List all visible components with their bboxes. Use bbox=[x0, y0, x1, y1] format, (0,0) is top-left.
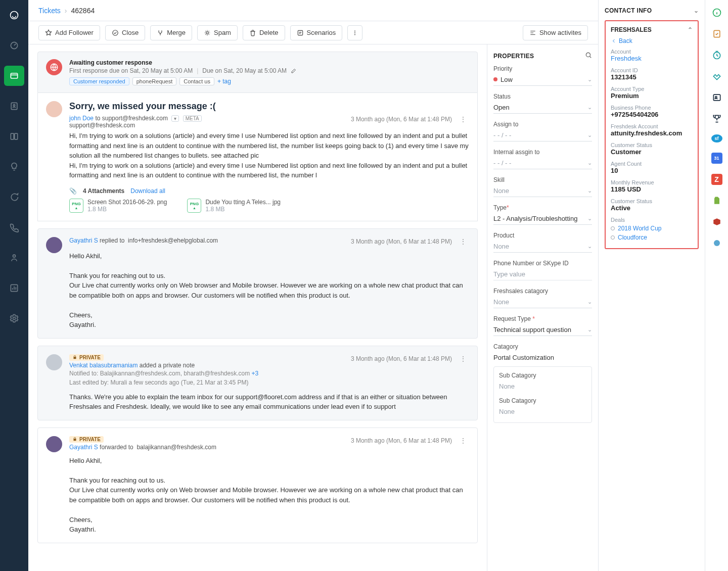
tickets-icon[interactable] bbox=[4, 66, 24, 86]
chevron-down-icon: ⌄ bbox=[587, 187, 592, 194]
internal-assign-select[interactable]: - - / - -⌄ bbox=[493, 157, 592, 169]
chevron-up-icon[interactable]: ⌃ bbox=[688, 26, 693, 33]
handshake-icon[interactable] bbox=[711, 71, 722, 82]
sender-name[interactable]: Gayathri S bbox=[69, 237, 98, 244]
agent-count: 10 bbox=[611, 167, 693, 174]
ideas-icon[interactable] bbox=[4, 157, 24, 177]
attachment[interactable]: PNG▲ Screen Shot 2016-06-29. png1.8 MB bbox=[69, 199, 167, 213]
message-more-icon[interactable]: ⋮ bbox=[457, 354, 469, 363]
contacts-icon[interactable] bbox=[4, 96, 24, 116]
account-link[interactable]: Freshdesk bbox=[611, 55, 642, 62]
add-tag[interactable]: + tag bbox=[217, 78, 231, 85]
png-thumb-icon: PNG▲ bbox=[187, 199, 201, 213]
dashboard-icon[interactable] bbox=[4, 35, 24, 56]
avatar bbox=[46, 436, 62, 452]
svg-point-17 bbox=[586, 53, 590, 57]
chevron-down-icon: ⌄ bbox=[587, 326, 592, 333]
svg-point-9 bbox=[13, 317, 16, 320]
chevron-down-icon: ⌄ bbox=[587, 160, 592, 166]
monthly-revenue: 1185 USD bbox=[611, 185, 693, 193]
info-icon[interactable] bbox=[711, 7, 722, 18]
skill-select[interactable]: None⌄ bbox=[493, 185, 592, 197]
category-select[interactable]: Portal Customization bbox=[493, 352, 592, 363]
back-link[interactable]: Back bbox=[611, 37, 693, 44]
shopify-icon[interactable] bbox=[711, 195, 722, 206]
reports-icon[interactable] bbox=[4, 278, 24, 298]
tag[interactable]: phoneRequest bbox=[132, 77, 177, 85]
subcategory-select[interactable]: None bbox=[499, 380, 586, 392]
attachment[interactable]: PNG▲ Dude You tting A Teles... jpg1.8 MB bbox=[187, 199, 281, 213]
message-time: 3 Month ago (Mon, 6 Mar at 1:48 PM) bbox=[351, 116, 452, 123]
sender-email: support@freshdesk.com bbox=[69, 122, 135, 129]
account-type: Premium bbox=[611, 92, 693, 100]
phone-icon[interactable] bbox=[4, 217, 24, 237]
settings-icon[interactable] bbox=[4, 308, 24, 328]
status-icon bbox=[46, 59, 62, 75]
zoho-icon[interactable]: Z bbox=[711, 174, 722, 185]
contact-panel: CONTACT INFO⌄ FRESHSALES⌃ Back AccountFr… bbox=[599, 0, 705, 571]
freshsales-title: FRESHSALES bbox=[611, 26, 652, 33]
salesforce-icon[interactable]: sf bbox=[711, 134, 722, 142]
deal-link[interactable]: Cloudforce bbox=[618, 234, 647, 241]
delete-button[interactable]: Delete bbox=[243, 25, 285, 40]
solutions-icon[interactable] bbox=[4, 126, 24, 147]
message-more-icon[interactable]: ⋮ bbox=[457, 436, 469, 445]
message-time: 3 Month ago (Mon, 6 Mar at 1:48 PM) bbox=[351, 355, 452, 362]
close-button[interactable]: Close bbox=[105, 25, 145, 40]
main-column: Tickets › 462864 Add Follower Close Merg… bbox=[28, 0, 599, 571]
private-badge: PRIVATE bbox=[69, 354, 104, 361]
edit-icon[interactable] bbox=[291, 68, 297, 74]
product-select[interactable]: None⌄ bbox=[493, 241, 592, 253]
scenarios-button[interactable]: Scenarios bbox=[290, 25, 343, 40]
phone-input[interactable] bbox=[493, 268, 592, 280]
freshsales-category-select[interactable]: None⌄ bbox=[493, 296, 592, 308]
notified-more[interactable]: +3 bbox=[252, 370, 259, 377]
brand-icon[interactable] bbox=[4, 5, 24, 25]
subcategory-select[interactable]: None bbox=[499, 406, 586, 417]
status-select[interactable]: Open⌄ bbox=[493, 102, 592, 114]
tag[interactable]: Customer responded bbox=[69, 77, 129, 85]
svg-rect-12 bbox=[298, 30, 302, 35]
status-title: Awaiting customer response bbox=[69, 59, 297, 66]
deal-link[interactable]: 2018 World Cup bbox=[618, 225, 662, 232]
sender-name[interactable]: Gayathri S bbox=[69, 444, 98, 451]
sender-name[interactable]: john Doe bbox=[69, 115, 94, 122]
recipients-dropdown[interactable]: ▾ bbox=[171, 115, 179, 122]
download-all-link[interactable]: Download all bbox=[130, 187, 165, 195]
timer-icon[interactable] bbox=[711, 50, 722, 61]
sender-name[interactable]: Venkat balasubramaniam bbox=[69, 362, 138, 369]
message-more-icon[interactable]: ⋮ bbox=[457, 237, 469, 246]
tag[interactable]: Contact us bbox=[179, 77, 214, 85]
add-follower-button[interactable]: Add Follower bbox=[38, 25, 100, 40]
message-more-icon[interactable]: ⋮ bbox=[457, 115, 469, 124]
contact-title: CONTACT INFO bbox=[605, 7, 652, 14]
assign-select[interactable]: - - / - -⌄ bbox=[493, 129, 592, 141]
more-actions-button[interactable] bbox=[347, 25, 362, 40]
message-time: 3 Month ago (Mon, 6 Mar at 1:48 PM) bbox=[351, 238, 452, 245]
freshsales-card: FRESHSALES⌃ Back AccountFreshdesk Accoun… bbox=[605, 20, 699, 249]
chevron-down-icon[interactable]: ⌄ bbox=[694, 7, 699, 14]
todo-icon[interactable] bbox=[711, 28, 722, 39]
breadcrumb-root[interactable]: Tickets bbox=[38, 7, 61, 15]
box-icon[interactable] bbox=[711, 216, 722, 227]
calendar-icon[interactable]: 31 bbox=[711, 153, 722, 164]
search-icon[interactable] bbox=[585, 52, 592, 60]
private-badge: PRIVATE bbox=[69, 436, 104, 443]
chat-icon[interactable] bbox=[4, 187, 24, 207]
contact-card-icon[interactable] bbox=[711, 92, 722, 103]
show-activities-button[interactable]: Show activites bbox=[523, 25, 588, 40]
message-time: 3 Month ago (Mon, 6 Mar at 1:48 PM) bbox=[351, 437, 452, 444]
globe-icon[interactable] bbox=[711, 237, 722, 249]
priority-select[interactable]: Low⌄ bbox=[493, 74, 592, 86]
chevron-down-icon: ⌄ bbox=[587, 243, 592, 250]
ticket-status-banner: Awaiting customer response First respons… bbox=[37, 52, 478, 93]
type-select[interactable]: L2 - Analysis/Troubleshotting⌄ bbox=[493, 213, 592, 225]
chevron-down-icon: ⌄ bbox=[587, 104, 592, 111]
avatar bbox=[46, 101, 62, 117]
svg-point-22 bbox=[715, 97, 716, 98]
trophy-icon[interactable] bbox=[711, 113, 722, 124]
spam-button[interactable]: Spam bbox=[197, 25, 238, 40]
bot-icon[interactable] bbox=[4, 248, 24, 268]
merge-button[interactable]: Merge bbox=[150, 25, 192, 40]
request-type-select[interactable]: Technical support question⌄ bbox=[493, 324, 592, 336]
